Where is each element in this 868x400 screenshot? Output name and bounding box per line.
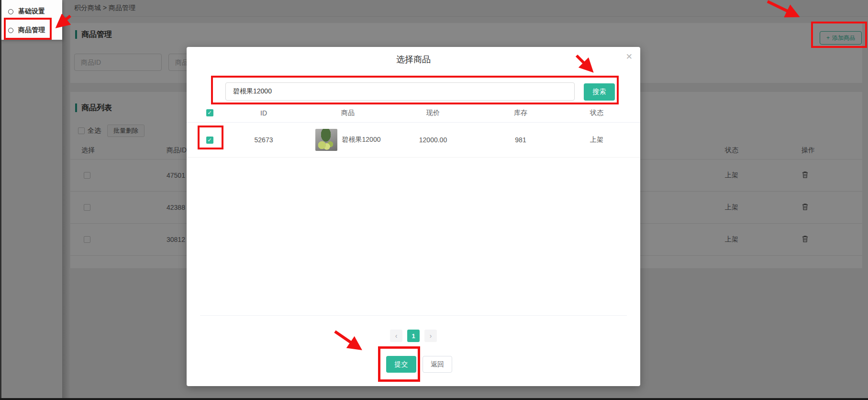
modal-search-button[interactable]: 搜索 bbox=[584, 83, 615, 101]
modal-table-header: ID 商品 现价 库存 状态 bbox=[187, 103, 640, 123]
modal-header-product: 商品 bbox=[304, 109, 391, 117]
modal-header-status: 状态 bbox=[567, 109, 627, 117]
modal-header-id: ID bbox=[223, 109, 304, 117]
modal-title: 选择商品 bbox=[187, 54, 640, 65]
pagination: ‹ 1 › bbox=[187, 330, 640, 342]
sidebar-item-label: 基础设置 bbox=[18, 7, 45, 16]
window-bottom-edge bbox=[0, 398, 868, 400]
back-button[interactable]: 返回 bbox=[423, 356, 452, 373]
sidebar-item-product-manage[interactable]: 商品管理 bbox=[0, 23, 62, 37]
pagination-prev-button[interactable]: ‹ bbox=[390, 330, 402, 342]
modal-row-id: 52673 bbox=[223, 136, 304, 144]
pagination-page-1[interactable]: 1 bbox=[407, 330, 420, 342]
window-left-edge bbox=[0, 0, 1, 400]
submit-button[interactable]: 提交 bbox=[386, 356, 416, 373]
modal-table-row: 52673 碧根果12000 12000.00 981 上架 bbox=[187, 123, 640, 158]
modal-row-stock: 981 bbox=[475, 136, 567, 144]
sidebar-item-basic-settings[interactable]: 基础设置 bbox=[0, 4, 62, 19]
sidebar-item-label: 商品管理 bbox=[18, 26, 45, 34]
product-image bbox=[315, 129, 337, 151]
modal-row-price: 12000.00 bbox=[391, 136, 475, 144]
modal-search-input[interactable] bbox=[225, 82, 575, 101]
modal-header-stock: 库存 bbox=[475, 109, 567, 117]
footer-divider bbox=[200, 315, 627, 316]
radio-circle-icon bbox=[8, 28, 13, 33]
row-checkbox-checked[interactable] bbox=[206, 137, 213, 144]
pagination-next-button[interactable]: › bbox=[424, 330, 437, 342]
select-product-modal: 选择商品 ✕ 搜索 ID 商品 现价 库存 状态 52673 碧根果12000 … bbox=[187, 47, 640, 386]
header-checkbox-checked[interactable] bbox=[206, 109, 213, 116]
sidebar-menu: 基础设置 商品管理 bbox=[0, 0, 62, 40]
radio-circle-icon bbox=[8, 9, 13, 14]
modal-row-name: 碧根果12000 bbox=[342, 136, 381, 144]
close-icon[interactable]: ✕ bbox=[626, 53, 633, 61]
modal-row-status: 上架 bbox=[567, 136, 627, 144]
modal-header-price: 现价 bbox=[391, 109, 475, 117]
